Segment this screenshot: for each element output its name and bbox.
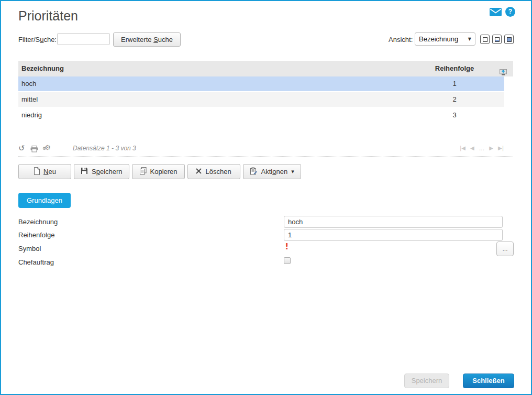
table-row-mittel[interactable]: mittel 2 — [18, 92, 504, 108]
filter-label: Filter/Suche: — [18, 36, 57, 43]
settings-gears-icon[interactable]: ⚙⚙ — [42, 144, 49, 151]
help-glyph: ? — [508, 8, 512, 15]
reihenfolge-label: Reihenfolge — [18, 231, 54, 239]
page-ellipsis: ... — [479, 145, 485, 152]
column-header-reihenfolge[interactable]: Reihenfolge — [415, 61, 494, 76]
symbol-browse-button[interactable]: ... — [496, 242, 514, 256]
table-header: Bezeichnung Reihenfolge — [18, 61, 513, 76]
actions-button[interactable]: Aktionen ▾ — [243, 164, 301, 179]
bezeichnung-label: Bezeichnung — [18, 218, 58, 226]
copy-button-label: Kopieren — [150, 168, 178, 175]
reihenfolge-field[interactable] — [284, 229, 503, 241]
chefauftrag-checkbox[interactable] — [284, 257, 291, 264]
save-button-label: Speichern — [92, 168, 123, 175]
mail-icon[interactable] — [490, 8, 502, 18]
pagination: |◀ ◀ ... ▶ ▶| — [460, 145, 504, 152]
symbol-label: Symbol — [18, 245, 41, 253]
floppy-disk-icon — [81, 167, 88, 176]
advanced-search-label: Erweiterte Suche — [121, 36, 173, 43]
x-icon — [196, 168, 202, 175]
actions-button-label: Aktionen — [261, 168, 288, 175]
status-bar: ↺ ⚙⚙ Datensätze 1 - 3 von 3 |◀ ◀ ... ▶ ▶… — [18, 141, 513, 157]
help-icon[interactable]: ? — [505, 7, 515, 17]
footer-close-button[interactable]: Schließen — [463, 374, 514, 388]
save-button[interactable]: Speichern — [74, 164, 129, 179]
new-button-label: Neu — [43, 168, 56, 175]
record-count-label: Datensätze 1 - 3 von 3 — [73, 145, 136, 152]
page-title: Prioritäten — [18, 8, 78, 24]
footer-save-button[interactable]: Speichern — [404, 374, 449, 388]
tab-grundlagen[interactable]: Grundlagen — [18, 193, 71, 208]
advanced-search-button[interactable]: Erweiterte Suche — [113, 32, 181, 47]
copy-button[interactable]: Kopieren — [132, 164, 185, 179]
view-select-value: Bezeichnung — [419, 35, 458, 43]
view-label: Ansicht: — [389, 36, 413, 43]
chevron-down-icon: ▼ — [468, 37, 471, 41]
delete-button-label: Löschen — [205, 168, 231, 175]
prev-page-button[interactable]: ◀ — [470, 145, 474, 152]
bezeichnung-field[interactable] — [284, 216, 503, 228]
refresh-icon[interactable]: ↺ — [18, 144, 25, 153]
view-toggle-detail[interactable] — [504, 35, 514, 44]
record-toolbar: Neu Speichern Kopieren — [18, 164, 301, 179]
cell-bezeichnung: hoch — [18, 80, 36, 87]
layout-full-icon — [507, 37, 512, 42]
table-row-hoch[interactable]: hoch 1 — [18, 76, 504, 92]
print-icon[interactable] — [30, 145, 38, 155]
filter-search-input[interactable] — [57, 33, 110, 45]
next-page-button[interactable]: ▶ — [489, 145, 493, 152]
view-toggle-list[interactable] — [480, 35, 490, 44]
first-page-button[interactable]: |◀ — [460, 145, 465, 152]
column-header-bezeichnung[interactable]: Bezeichnung — [18, 64, 64, 72]
clipboard-edit-icon — [250, 167, 258, 177]
cell-reihenfolge: 3 — [415, 108, 494, 123]
view-toggle-split[interactable] — [492, 35, 502, 44]
cell-bezeichnung: mittel — [18, 95, 38, 103]
last-page-button[interactable]: ▶| — [498, 145, 504, 152]
cell-bezeichnung: niedrig — [18, 111, 42, 119]
table-row-niedrig[interactable]: niedrig 3 — [18, 108, 504, 124]
priority-symbol-icon: ! — [285, 242, 289, 251]
view-select[interactable]: Bezeichnung ▼ — [415, 32, 475, 46]
new-button[interactable]: Neu — [18, 164, 71, 179]
layout-single-icon — [483, 37, 487, 42]
copy-icon — [139, 167, 147, 177]
dropdown-arrow-icon: ▾ — [291, 168, 294, 175]
document-icon — [34, 167, 40, 177]
layout-split-icon — [495, 37, 500, 42]
cell-reihenfolge: 1 — [415, 76, 494, 91]
delete-button[interactable]: Löschen — [187, 164, 240, 179]
cell-reihenfolge: 2 — [415, 92, 494, 107]
chefauftrag-label: Chefauftrag — [18, 258, 54, 266]
prioritaeten-window: Prioritäten ? Filter/Suche: Erweiterte S… — [0, 0, 532, 395]
